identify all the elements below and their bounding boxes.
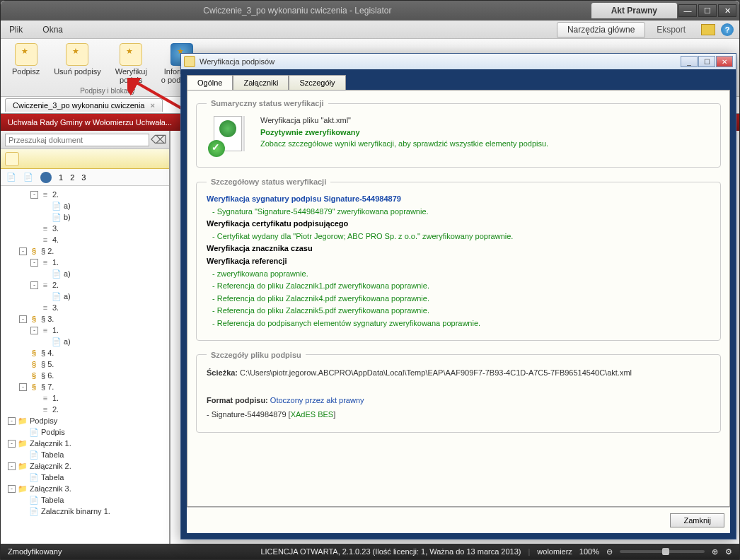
tree-node[interactable]: 📄b)	[2, 211, 168, 223]
tree-node[interactable]: -📁Podpisy	[2, 415, 168, 426]
tree-node[interactable]: ≡2.	[2, 404, 168, 415]
tree-node[interactable]: ≡3.	[2, 223, 168, 234]
status-bar: Zmodyfikowany LICENCJA OTWARTA, 2.1.0.23…	[1, 544, 739, 559]
nav-page-2[interactable]: 2	[70, 173, 74, 182]
status-user: wolomierz	[537, 547, 572, 556]
tree-node[interactable]: 📄a)	[2, 291, 168, 302]
tree-node[interactable]: ≡3.	[2, 302, 168, 313]
dialog-tab-details[interactable]: Szczegóły	[289, 75, 345, 90]
tree-label: a)	[64, 292, 71, 301]
ribbon-tab-main[interactable]: Narzędzia główne	[557, 22, 645, 37]
tree-toggle-icon[interactable]: -	[19, 383, 27, 391]
dialog-maximize-button[interactable]: ☐	[698, 56, 715, 67]
tree-node[interactable]: 📄Zalacznik binarny 1.	[2, 506, 168, 517]
sig-verify-ok: - Sygnatura "Signature-544984879" zweryf…	[207, 206, 710, 218]
dialog-close-button[interactable]: ✕	[716, 56, 733, 67]
folder-icon: 📁	[18, 438, 28, 448]
minimize-button[interactable]: —	[678, 4, 697, 17]
dialog-minimize-button[interactable]: _	[681, 56, 698, 67]
tree-node[interactable]: 📄Tabela	[2, 494, 168, 506]
tree-toggle-icon[interactable]: -	[30, 327, 38, 334]
file-format-label: Format podpisu:	[207, 396, 268, 404]
tree-toggle-icon[interactable]: -	[8, 417, 16, 425]
nav-page-1[interactable]: 1	[59, 173, 63, 182]
tree-node[interactable]: ≡1.	[2, 392, 168, 404]
tree-label: a)	[64, 202, 71, 210]
num-icon: ≡	[40, 235, 50, 245]
close-button[interactable]: ✕	[718, 4, 736, 17]
ribbon-tab-export[interactable]: Eksport	[647, 23, 695, 37]
sig-line-prefix: - Signature-544984879 [	[207, 410, 291, 419]
ribbon-verify-signature-button[interactable]: Weryfikuj podpis	[111, 42, 151, 86]
tree-node[interactable]: 📄Tabela	[2, 449, 168, 460]
tree-node[interactable]: -≡2.	[2, 279, 168, 291]
tree-node[interactable]: 📄a)	[2, 268, 168, 279]
dialog-titlebar: Weryfikacja podpisów _ ☐ ✕	[181, 54, 736, 69]
tree-label: 3.	[52, 224, 59, 233]
tree-label: Załącznik 1.	[30, 439, 71, 448]
cert-verify-header: Weryfikacja certyfikatu podpisującego	[207, 218, 710, 231]
tree-toggle-icon[interactable]: -	[19, 315, 27, 323]
ribbon-sign-button[interactable]: Podpisz	[8, 42, 44, 86]
tree-toggle-icon[interactable]: -	[19, 247, 27, 255]
nav-refresh-icon[interactable]	[40, 172, 52, 183]
tree-toggle-icon[interactable]: -	[8, 485, 16, 493]
num-icon: ≡	[40, 393, 50, 403]
tree-toggle-icon[interactable]: -	[8, 462, 16, 470]
nav-page-3[interactable]: 3	[81, 173, 86, 182]
tree-node[interactable]: 📄a)	[2, 336, 168, 347]
settings-icon[interactable]: ⚙	[725, 547, 732, 556]
zoom-out-icon[interactable]: ⊖	[606, 547, 613, 556]
tree-node[interactable]: -≡1.	[2, 257, 168, 268]
document-tab-label: Cwiczenie_3_po wykonaniu cwiczenia	[13, 101, 145, 110]
tree-toggle-icon[interactable]: -	[30, 259, 38, 267]
tree-node[interactable]: -≡2.	[2, 189, 168, 200]
nav-icon-2[interactable]: 📄	[23, 173, 33, 182]
tree-toggle-icon[interactable]: -	[8, 440, 16, 448]
tree-node[interactable]: -§§ 3.	[2, 313, 168, 325]
document-tab[interactable]: Cwiczenie_3_po wykonaniu cwiczenia ×	[5, 98, 163, 112]
file-details-legend: Szczegóły pliku podpisu	[207, 351, 306, 359]
tree-node[interactable]: -📁Załącznik 2.	[2, 460, 168, 472]
menu-windows[interactable]: Okna	[42, 25, 63, 35]
tree-node[interactable]: -≡1.	[2, 325, 168, 336]
tree-node[interactable]: §§ 4.	[2, 347, 168, 358]
folder-icon[interactable]	[701, 24, 715, 35]
tree-toggle-icon[interactable]: -	[30, 281, 38, 289]
num-icon: ≡	[40, 223, 50, 233]
tree-node[interactable]: §§ 5.	[2, 358, 168, 370]
tree-label: Podpisy	[30, 416, 57, 425]
tree-node[interactable]: -📁Załącznik 1.	[2, 438, 168, 449]
tree-label: Tabela	[41, 450, 64, 459]
outline-tree[interactable]: -≡2.📄a)📄b)≡3.≡4.-§§ 2.-≡1.📄a)-≡2.📄a)≡3.-…	[1, 186, 169, 545]
zoom-slider[interactable]	[620, 550, 705, 553]
menu-file[interactable]: Plik	[9, 25, 23, 35]
titlebar-context-tab[interactable]: Akt Prawny	[591, 3, 677, 18]
file-icon: 📄	[52, 337, 62, 346]
tree-node[interactable]: 📄a)	[2, 200, 168, 211]
tree-node[interactable]: §§ 6.	[2, 370, 168, 381]
tree-toggle-icon[interactable]: -	[30, 191, 38, 199]
tree-node[interactable]: ≡4.	[2, 234, 168, 245]
search-input[interactable]	[5, 134, 149, 146]
tree-node[interactable]: -📁Załącznik 3.	[2, 483, 168, 494]
tree-node[interactable]: 📄Podpis	[2, 426, 168, 438]
nav-icon-1[interactable]: 📄	[6, 173, 16, 182]
help-icon[interactable]: ?	[721, 23, 734, 36]
tree-node[interactable]: 📄Tabela	[2, 472, 168, 483]
tree-node[interactable]: -§§ 7.	[2, 381, 168, 392]
dialog-tab-attachments[interactable]: Załączniki	[233, 75, 289, 90]
tree-label: Załącznik 2.	[30, 462, 71, 470]
dialog-close-action-button[interactable]: Zamknij	[670, 513, 724, 527]
tree-label: § 7.	[41, 383, 54, 391]
document-tab-close-icon[interactable]: ×	[151, 101, 155, 110]
maximize-button[interactable]: ☐	[698, 4, 717, 17]
tree-node[interactable]: -§§ 2.	[2, 245, 168, 257]
toolbar-button-1[interactable]	[5, 152, 19, 166]
sig-type: XAdES BES	[291, 410, 334, 419]
search-clear-icon[interactable]: ⌫	[152, 134, 165, 146]
dialog-tab-general[interactable]: Ogólne	[187, 75, 233, 91]
status-license: LICENCJA OTWARTA, 2.1.0.23 (Ilość licenc…	[260, 547, 521, 556]
ribbon-remove-signatures-button[interactable]: Usuń podpisy	[50, 42, 105, 86]
zoom-in-icon[interactable]: ⊕	[712, 547, 718, 556]
